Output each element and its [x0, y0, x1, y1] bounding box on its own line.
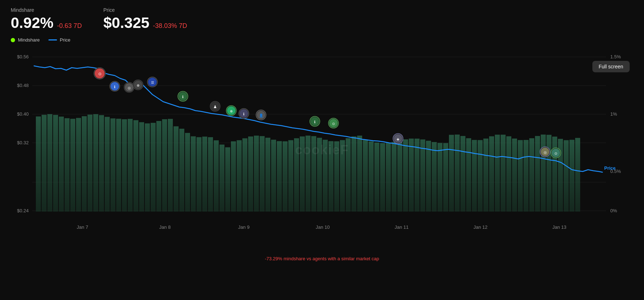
svg-rect-100	[524, 140, 529, 212]
svg-rect-107	[564, 140, 569, 212]
svg-rect-36	[156, 121, 161, 212]
svg-text:♟: ♟	[213, 105, 217, 109]
svg-rect-43	[196, 137, 202, 212]
svg-rect-34	[145, 124, 150, 212]
svg-rect-19	[59, 117, 64, 212]
price-change: -38.03% 7D	[153, 22, 187, 30]
bottom-note: -73.29% mindshare vs agents with a simil…	[11, 256, 633, 261]
metrics-row: Mindshare 0.92% -0.63 7D Price $0.325 -3…	[11, 7, 633, 32]
svg-rect-102	[535, 136, 540, 212]
svg-rect-93	[483, 139, 488, 212]
svg-rect-52	[248, 136, 253, 212]
svg-rect-64	[317, 138, 322, 212]
svg-rect-21	[70, 119, 75, 212]
svg-rect-73	[369, 141, 374, 212]
price-legend-line	[48, 39, 57, 40]
svg-rect-37	[162, 119, 167, 212]
svg-text:0%: 0%	[610, 208, 617, 213]
svg-text:$0.48: $0.48	[17, 83, 29, 88]
svg-rect-95	[495, 135, 500, 212]
svg-rect-45	[208, 137, 213, 212]
svg-rect-92	[478, 140, 483, 212]
svg-rect-79	[403, 139, 408, 212]
svg-rect-99	[518, 140, 523, 212]
svg-rect-80	[409, 139, 414, 212]
svg-text:Jan 12: Jan 12	[473, 224, 487, 230]
svg-rect-27	[105, 117, 110, 212]
svg-rect-75	[380, 143, 385, 212]
svg-rect-28	[110, 118, 115, 212]
svg-text:⊙: ⊙	[98, 72, 101, 76]
svg-text:☰: ☰	[151, 81, 154, 84]
svg-rect-57	[277, 141, 282, 212]
svg-text:⊙: ⊙	[554, 151, 557, 155]
svg-rect-69	[346, 138, 351, 212]
svg-text:Jan 9: Jan 9	[238, 224, 250, 230]
svg-rect-96	[501, 135, 506, 212]
svg-rect-70	[351, 136, 356, 212]
svg-rect-31	[128, 119, 133, 212]
svg-text:Jan 13: Jan 13	[552, 224, 566, 230]
svg-text:⊙: ⊙	[332, 122, 335, 126]
svg-rect-20	[65, 118, 70, 212]
svg-rect-58	[283, 141, 288, 212]
svg-text:$0.56: $0.56	[17, 54, 29, 59]
svg-rect-108	[569, 140, 574, 212]
svg-rect-78	[397, 141, 402, 212]
svg-rect-59	[288, 140, 293, 212]
svg-rect-26	[99, 115, 104, 212]
svg-rect-24	[87, 115, 93, 212]
svg-text:$0.32: $0.32	[17, 140, 29, 145]
svg-rect-89	[460, 136, 465, 212]
svg-rect-81	[415, 139, 420, 212]
svg-rect-47	[219, 145, 224, 212]
svg-text:ℹ: ℹ	[114, 85, 115, 89]
svg-rect-67	[334, 141, 339, 212]
svg-rect-91	[472, 140, 477, 212]
price-metric: Price $0.325 -38.03% 7D	[103, 7, 187, 32]
svg-text:Jan 10: Jan 10	[316, 224, 330, 230]
svg-text:1%: 1%	[610, 111, 617, 117]
svg-rect-87	[449, 135, 454, 212]
svg-text:⊕: ⊕	[230, 109, 233, 113]
svg-rect-83	[426, 141, 431, 212]
svg-rect-109	[575, 138, 580, 212]
svg-rect-62	[306, 136, 311, 212]
svg-rect-84	[432, 142, 437, 212]
svg-rect-49	[231, 141, 236, 212]
svg-rect-68	[340, 140, 345, 212]
svg-rect-60	[294, 138, 299, 212]
svg-rect-61	[300, 136, 305, 212]
chart-svg: $0.56 $0.48 $0.40 $0.32 $0.24 1.5% 1% 0.…	[11, 46, 633, 254]
svg-text:$0.24: $0.24	[17, 208, 29, 213]
svg-rect-53	[254, 136, 259, 212]
svg-text:1.5%: 1.5%	[610, 54, 621, 59]
svg-rect-15	[36, 116, 41, 212]
svg-rect-30	[122, 119, 127, 212]
svg-rect-17	[47, 114, 52, 212]
svg-text:👤: 👤	[259, 113, 264, 118]
svg-rect-94	[489, 136, 494, 212]
svg-rect-18	[53, 115, 58, 212]
svg-rect-44	[202, 137, 207, 212]
svg-rect-50	[237, 140, 242, 212]
mindshare-change: -0.63 7D	[57, 22, 82, 30]
main-container: Mindshare 0.92% -0.63 7D Price $0.325 -3…	[0, 0, 644, 300]
svg-rect-16	[42, 115, 47, 212]
svg-text:$0.40: $0.40	[17, 111, 29, 117]
svg-rect-40	[179, 129, 184, 212]
svg-rect-103	[541, 135, 546, 212]
svg-rect-38	[168, 119, 173, 212]
svg-rect-32	[133, 120, 138, 212]
svg-rect-29	[116, 119, 121, 212]
mindshare-legend-item: Mindshare	[11, 37, 40, 43]
price-legend-label: Price	[60, 37, 71, 43]
svg-rect-51	[242, 138, 247, 212]
price-label-header: Price	[103, 7, 187, 13]
svg-text:Jan 11: Jan 11	[394, 224, 408, 230]
svg-rect-86	[443, 143, 448, 212]
svg-rect-22	[76, 118, 81, 212]
svg-rect-82	[420, 139, 425, 212]
svg-text:◎: ◎	[128, 86, 131, 90]
svg-rect-65	[323, 140, 328, 212]
